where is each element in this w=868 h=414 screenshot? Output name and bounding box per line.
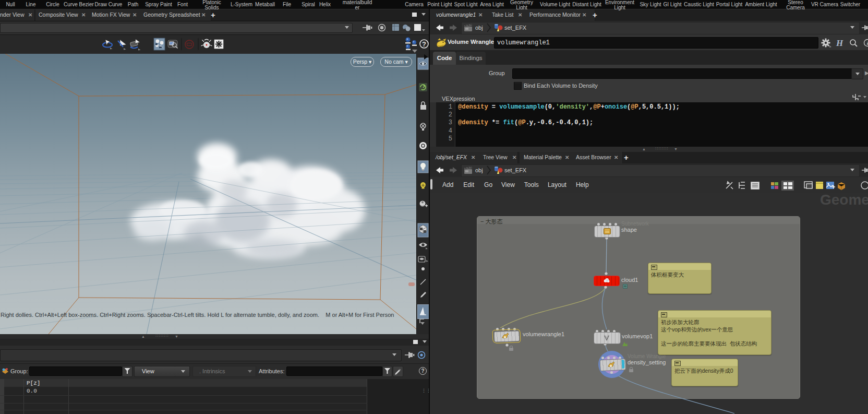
svg-text:H: H <box>836 38 843 48</box>
svg-text:?: ? <box>422 40 426 48</box>
